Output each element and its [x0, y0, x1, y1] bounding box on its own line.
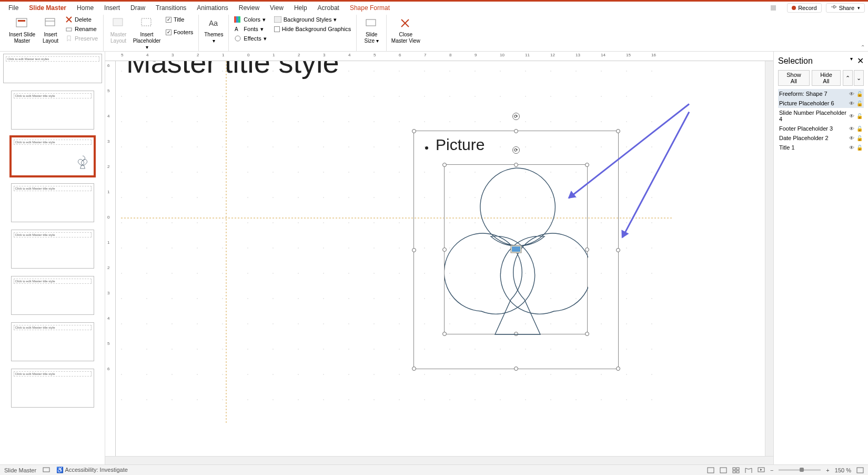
effects-button[interactable]: Effects ▾ — [232, 34, 268, 43]
selection-item-footer[interactable]: Footer Placeholder 3👁🔓 — [778, 124, 864, 133]
lock-icon[interactable]: 🔓 — [856, 135, 863, 141]
view-normal-button[interactable] — [720, 467, 727, 473]
delete-button[interactable]: Delete — [63, 15, 100, 24]
close-master-view-button[interactable]: Close Master View — [390, 15, 421, 45]
selection-item-freeform[interactable]: Freeform: Shape 7👁🔓 — [778, 89, 864, 98]
rotate-handle-icon[interactable]: ⟳ — [512, 146, 520, 154]
visibility-icon[interactable]: 👁 — [849, 135, 854, 141]
slide-canvas[interactable]: Master title style ⟳ Picture — [116, 61, 765, 456]
menu-home[interactable]: Home — [72, 3, 99, 13]
title-checkbox[interactable]: ✓Title — [164, 15, 195, 24]
lock-icon[interactable]: 🔓 — [856, 113, 863, 119]
selection-item-picture-placeholder[interactable]: Picture Placeholder 6👁🔓 — [778, 98, 864, 108]
view-slideshow-button[interactable] — [758, 467, 765, 473]
master-title-text[interactable]: Master title style — [126, 61, 339, 80]
zoom-out-button[interactable]: − — [770, 467, 773, 473]
thumb-layout-3[interactable]: Click to edit Master title style — [11, 183, 94, 222]
slide-size-icon — [365, 17, 378, 29]
vertical-scrollbar[interactable] — [765, 61, 773, 456]
thumb-layout-6[interactable]: Click to edit Master title style — [11, 322, 94, 361]
thumb-master[interactable]: Click to edit Master text styles — [3, 54, 102, 83]
menu-file[interactable]: File — [3, 3, 24, 13]
move-up-button[interactable]: ⌃ — [843, 70, 853, 86]
footers-checkbox[interactable]: ✓Footers — [164, 27, 195, 37]
rename-button[interactable]: Rename — [63, 24, 100, 34]
menu-insert[interactable]: Insert — [99, 3, 125, 13]
menu-shape-format[interactable]: Shape Format — [345, 3, 395, 13]
status-accessibility[interactable]: ♿ Accessibility: Investigate — [56, 467, 128, 473]
thumb-layout-7[interactable]: Click to edit Master title style — [11, 369, 94, 408]
rename-label: Rename — [75, 26, 97, 32]
lock-icon[interactable]: 🔓 — [856, 145, 863, 151]
picture-icon[interactable] — [510, 245, 522, 254]
thumb-layout-4[interactable]: Click to edit Master title style — [11, 230, 94, 269]
menu-draw[interactable]: Draw — [125, 3, 150, 13]
menu-slide-master[interactable]: Slide Master — [24, 3, 72, 13]
resize-handle[interactable] — [514, 129, 518, 133]
collapse-ribbon-button[interactable]: ⌃ — [861, 44, 865, 50]
teams-button[interactable] — [766, 3, 783, 13]
menu-acrobat[interactable]: Acrobat — [312, 3, 345, 13]
insert-placeholder-button[interactable]: Insert Placeholder ▾ — [131, 15, 163, 52]
insert-slide-master-button[interactable]: Insert Slide Master — [6, 15, 38, 45]
menu-transitions[interactable]: Transitions — [150, 3, 191, 13]
fit-to-window-button[interactable] — [856, 467, 864, 473]
slide-size-button[interactable]: Slide Size ▾ — [360, 15, 383, 45]
pane-close-button[interactable]: ✕ — [857, 56, 864, 66]
visibility-icon[interactable]: 👁 — [849, 91, 854, 97]
selection-item-date[interactable]: Date Placeholder 2👁🔓 — [778, 133, 864, 143]
status-display-settings[interactable] — [43, 467, 50, 473]
pane-options-button[interactable]: ▾ — [850, 56, 853, 66]
resize-handle[interactable] — [412, 367, 416, 371]
menu-help[interactable]: Help — [289, 3, 312, 13]
selection-item-label: Footer Placeholder 3 — [779, 125, 833, 132]
insert-layout-button[interactable]: Insert Layout — [39, 15, 62, 45]
zoom-slider[interactable] — [779, 469, 821, 471]
menu-review[interactable]: Review — [234, 3, 265, 13]
horizontal-scrollbar[interactable] — [105, 456, 773, 464]
thumb-layout-5[interactable]: Click to edit Master title style — [11, 276, 94, 315]
resize-handle[interactable] — [616, 248, 620, 252]
hide-all-button[interactable]: Hide All — [812, 70, 841, 86]
resize-handle[interactable] — [412, 248, 416, 252]
visibility-icon[interactable]: 👁 — [849, 145, 854, 151]
picture-placeholder-label[interactable]: Picture — [436, 136, 485, 154]
lock-icon[interactable]: 🔓 — [856, 101, 863, 106]
hide-bg-checkbox[interactable]: Hide Background Graphics — [272, 24, 353, 34]
svg-rect-32 — [736, 471, 739, 473]
thumb-layout-1[interactable]: Click to edit Master title style — [11, 91, 94, 130]
fonts-button[interactable]: AFonts ▾ — [232, 24, 268, 34]
status-notes-button[interactable] — [707, 467, 714, 473]
resize-handle[interactable] — [514, 367, 518, 371]
thumbnail-panel[interactable]: Click to edit Master text styles Click t… — [0, 52, 105, 464]
menu-animations[interactable]: Animations — [191, 3, 233, 13]
zoom-in-button[interactable]: + — [826, 467, 829, 473]
visibility-icon[interactable]: 👁 — [849, 113, 854, 119]
freeform-shape-selection[interactable]: ⟳ — [444, 164, 588, 334]
show-all-button[interactable]: Show All — [778, 70, 810, 86]
bg-styles-button[interactable]: Background Styles ▾ — [272, 15, 353, 24]
move-down-button[interactable]: ⌄ — [854, 70, 864, 86]
lock-icon[interactable]: 🔓 — [856, 126, 863, 132]
selection-item-title[interactable]: Title 1👁🔓 — [778, 143, 864, 152]
share-button[interactable]: Share▾ — [826, 3, 865, 13]
view-sorter-button[interactable] — [732, 467, 740, 473]
resize-handle[interactable] — [616, 129, 620, 133]
thumb-layout-2[interactable]: Click to edit Master title style — [11, 137, 94, 176]
zoom-label[interactable]: 150 % — [835, 467, 851, 473]
ribbon-group-close: Close Master View Close — [387, 15, 425, 52]
rotate-handle-icon[interactable]: ⟳ — [512, 113, 520, 120]
svg-rect-34 — [857, 468, 863, 473]
svg-rect-12 — [236, 16, 238, 23]
themes-button[interactable]: Aa Themes▾ — [202, 15, 225, 45]
lock-icon[interactable]: 🔓 — [856, 91, 863, 97]
resize-handle[interactable] — [616, 367, 620, 371]
resize-handle[interactable] — [412, 129, 416, 133]
record-button[interactable]: Record — [787, 3, 821, 13]
visibility-icon[interactable]: 👁 — [849, 126, 854, 132]
menu-view[interactable]: View — [265, 3, 289, 13]
view-reading-button[interactable] — [745, 467, 752, 473]
visibility-icon[interactable]: 👁 — [849, 101, 854, 106]
selection-item-slide-number[interactable]: Slide Number Placeholder 4👁🔓 — [778, 108, 864, 124]
colors-button[interactable]: Colors ▾ — [232, 15, 268, 24]
